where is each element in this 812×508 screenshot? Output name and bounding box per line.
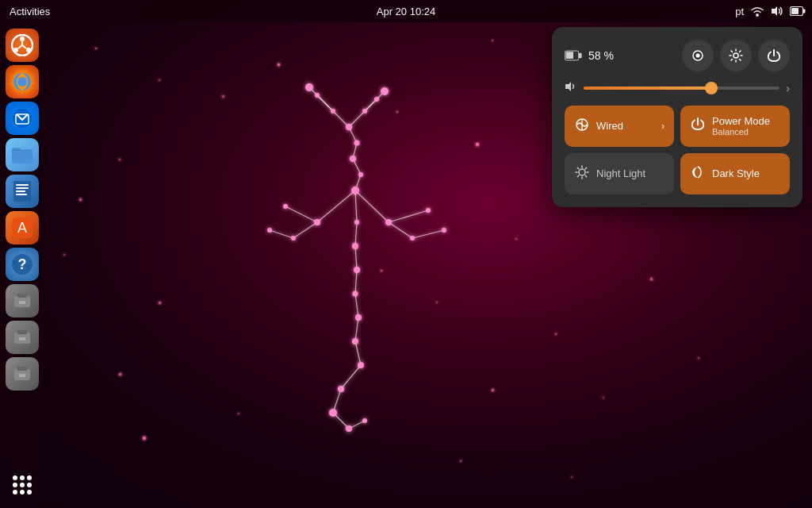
svg-line-107 <box>577 167 578 168</box>
svg-point-41 <box>385 219 392 225</box>
activities-button[interactable]: Activities <box>6 6 53 17</box>
volume-icon <box>565 81 577 94</box>
battery-percent: 58 % <box>588 49 614 62</box>
svg-point-66 <box>13 48 18 52</box>
volume-slider[interactable] <box>584 87 779 90</box>
dock-removable-1[interactable] <box>6 284 39 318</box>
svg-point-50 <box>354 267 360 273</box>
power-mode-icon <box>690 117 706 137</box>
svg-line-12 <box>293 222 317 238</box>
topbar-right: pt <box>735 6 806 17</box>
svg-line-26 <box>270 230 293 238</box>
svg-point-102 <box>579 169 585 175</box>
power-mode-toggle[interactable]: Power Mode Balanced <box>680 106 790 147</box>
svg-line-10 <box>317 190 355 222</box>
svg-point-47 <box>442 228 446 233</box>
svg-line-3 <box>349 111 365 127</box>
svg-line-109 <box>585 167 586 168</box>
dock-files[interactable] <box>6 138 39 171</box>
svg-line-70 <box>22 45 26 48</box>
svg-point-51 <box>353 291 358 297</box>
show-apps-button[interactable] <box>6 468 39 502</box>
svg-point-53 <box>352 338 358 344</box>
svg-marker-99 <box>565 82 571 91</box>
svg-line-18 <box>355 294 358 318</box>
settings-button[interactable] <box>720 40 752 71</box>
svg-point-98 <box>733 53 738 58</box>
svg-point-56 <box>329 409 337 417</box>
svg-rect-76 <box>16 184 29 186</box>
quick-settings-panel: 58 % <box>552 27 802 207</box>
svg-marker-60 <box>772 6 777 16</box>
night-light-toggle[interactable]: Night Light <box>565 153 674 194</box>
svg-rect-77 <box>16 187 29 189</box>
svg-line-108 <box>585 175 586 176</box>
svg-point-46 <box>426 208 431 213</box>
night-light-icon <box>574 164 590 184</box>
topbar-datetime[interactable]: Apr 20 10:24 <box>377 6 435 17</box>
svg-point-72 <box>17 77 27 87</box>
dock-ubuntu[interactable] <box>6 29 39 62</box>
dark-style-icon <box>690 164 706 184</box>
svg-line-7 <box>353 143 357 159</box>
svg-rect-85 <box>17 294 27 298</box>
svg-point-49 <box>352 243 358 249</box>
svg-point-30 <box>331 109 335 114</box>
svg-rect-79 <box>16 194 27 195</box>
wired-text: Wired <box>596 120 623 133</box>
svg-line-15 <box>355 222 357 246</box>
toggles-grid: Wired › Power Mode Balanced <box>565 106 790 194</box>
dock-removable-2[interactable] <box>6 321 39 354</box>
svg-point-40 <box>314 219 320 225</box>
desktop: Activities Apr 20 10:24 pt <box>0 0 812 508</box>
svg-point-34 <box>381 87 389 95</box>
dock-thunderbird[interactable] <box>6 102 39 135</box>
svg-point-57 <box>346 425 352 432</box>
svg-point-42 <box>291 236 296 241</box>
constellation-scorpio <box>238 64 492 444</box>
wired-toggle[interactable]: Wired › <box>565 106 674 147</box>
volume-expand-arrow[interactable]: › <box>786 82 790 94</box>
svg-line-13 <box>389 222 412 238</box>
svg-point-58 <box>362 418 367 423</box>
dock-writer[interactable] <box>6 175 39 208</box>
svg-line-9 <box>355 175 361 190</box>
svg-text:A: A <box>17 220 27 236</box>
svg-point-35 <box>374 97 379 102</box>
svg-text:?: ? <box>18 256 27 272</box>
svg-line-16 <box>355 246 357 270</box>
svg-point-65 <box>20 37 25 41</box>
svg-line-17 <box>355 270 357 294</box>
svg-line-110 <box>577 175 578 176</box>
svg-line-23 <box>333 413 349 429</box>
screen-record-button[interactable] <box>682 40 714 71</box>
apps-grid-icon <box>13 475 32 495</box>
language-indicator[interactable]: pt <box>735 6 744 17</box>
topbar-battery-icon[interactable] <box>790 6 806 16</box>
network-icon[interactable] <box>750 6 764 17</box>
svg-point-36 <box>354 140 360 146</box>
svg-line-21 <box>341 365 361 389</box>
volume-row: › <box>565 81 790 94</box>
dock-firefox[interactable] <box>6 65 39 98</box>
power-button[interactable] <box>758 40 790 71</box>
svg-point-37 <box>350 156 356 162</box>
svg-point-38 <box>358 172 363 177</box>
dock-removable-3[interactable] <box>6 357 39 391</box>
dock-help[interactable]: ? <box>6 248 39 281</box>
svg-line-20 <box>355 341 361 365</box>
svg-line-1 <box>309 87 333 111</box>
battery-row: 58 % <box>565 40 790 71</box>
topbar-volume-icon[interactable] <box>771 6 783 17</box>
dark-style-toggle[interactable]: Dark Style <box>680 153 790 194</box>
svg-point-97 <box>696 54 700 58</box>
dock-appstore[interactable]: A <box>6 211 39 244</box>
svg-point-44 <box>283 204 288 209</box>
svg-line-4 <box>365 91 385 111</box>
svg-point-43 <box>410 236 415 241</box>
svg-point-31 <box>305 83 313 91</box>
svg-rect-62 <box>803 10 806 13</box>
dark-style-text: Dark Style <box>712 167 760 180</box>
night-light-text: Night Light <box>596 167 645 180</box>
power-mode-text: Power Mode Balanced <box>712 115 770 138</box>
